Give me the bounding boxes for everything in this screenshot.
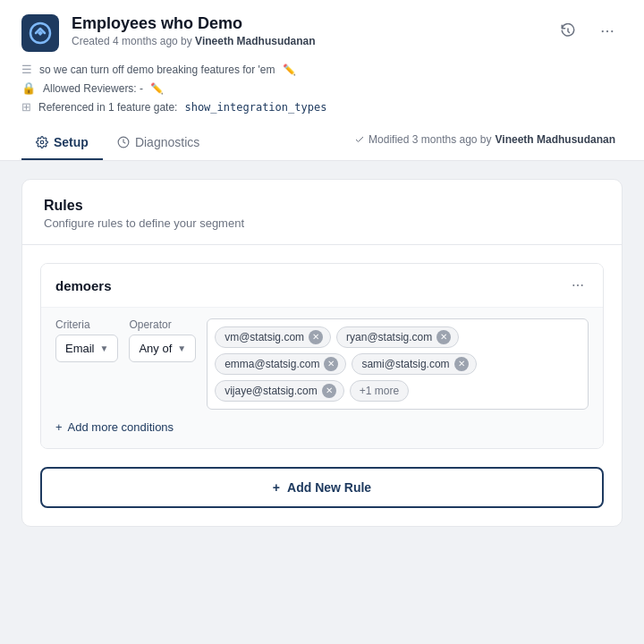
tag-ryan: ryan@statsig.com ✕ [336,326,459,348]
tag-vijaye: vijaye@statsig.com ✕ [215,380,344,402]
tab-setup-label: Setup [54,135,89,149]
rule-group-more-button[interactable] [567,275,589,296]
history-button[interactable] [553,16,583,47]
tag-remove-sami[interactable]: ✕ [454,357,469,371]
tag-sami: sami@statsig.com ✕ [352,353,476,375]
add-condition-button[interactable]: + Add more conditions [55,420,174,434]
reviewers-edit-icon[interactable]: ✏️ [150,82,164,95]
svg-point-2 [606,30,608,32]
tag-vm: vm@statsig.com ✕ [215,326,331,348]
rule-group-name: demoers [55,278,112,293]
operator-value: Any of [139,342,172,355]
add-new-rule-button[interactable]: + Add New Rule [40,467,604,508]
app-logo [21,14,59,52]
operator-chevron-icon: ▼ [177,343,186,353]
operator-dropdown[interactable]: Any of ▼ [129,335,196,362]
svg-point-8 [581,284,583,286]
reviewers-icon: 🔒 [21,81,36,95]
add-condition-plus-icon: + [55,420,63,434]
criteria-label: Criteria [55,318,118,331]
tag-remove-emma[interactable]: ✕ [324,357,338,371]
tab-diagnostics[interactable]: Diagnostics [103,126,214,160]
svg-point-4 [40,140,44,144]
rules-title: Rules [44,198,600,214]
svg-point-7 [577,284,579,286]
rules-description: Configure rules to define your segment [44,216,600,230]
svg-point-6 [572,284,574,286]
reviewers-row: 🔒 Allowed Reviewers: - ✏️ [21,81,623,95]
description-edit-icon[interactable]: ✏️ [283,64,296,76]
description-row: ☰ so we can turn off demo breaking featu… [21,63,623,76]
add-rule-plus-icon: + [273,480,280,495]
references-link[interactable]: show_integration_types [184,101,326,114]
operator-label: Operator [129,318,196,331]
description-icon: ☰ [21,63,32,76]
rules-card: Rules Configure rules to define your seg… [21,179,623,527]
tag-remove-vm[interactable]: ✕ [309,330,323,344]
tag-emma: emma@statsig.com ✕ [215,353,346,375]
page-subtitle: Created 4 months ago by Vineeth Madhusud… [72,35,316,47]
add-rule-label: Add New Rule [287,480,371,495]
page-title: Employees who Demo [72,14,316,33]
tab-setup[interactable]: Setup [21,126,103,160]
tag-remove-vijaye[interactable]: ✕ [322,384,336,398]
svg-point-1 [602,30,604,32]
criteria-dropdown[interactable]: Email ▼ [55,335,118,362]
tag-remove-ryan[interactable]: ✕ [436,330,451,344]
svg-point-3 [611,30,613,32]
tab-diagnostics-label: Diagnostics [135,135,199,149]
modified-info: Modified 3 months ago by Vineeth Madhusu… [354,133,623,153]
add-condition-label: Add more conditions [68,420,174,434]
references-row: ⊞ Referenced in 1 feature gate: show_int… [21,100,623,114]
email-tags-container[interactable]: vm@statsig.com ✕ ryan@statsig.com ✕ emma… [207,318,589,410]
rule-group-demoers: demoers Criteria Email ▼ [40,263,604,449]
more-tags-badge: +1 more [350,380,409,402]
criteria-chevron-icon: ▼ [100,343,109,353]
more-options-button[interactable] [592,16,623,47]
references-icon: ⊞ [21,100,31,114]
criteria-value: Email [65,342,95,355]
